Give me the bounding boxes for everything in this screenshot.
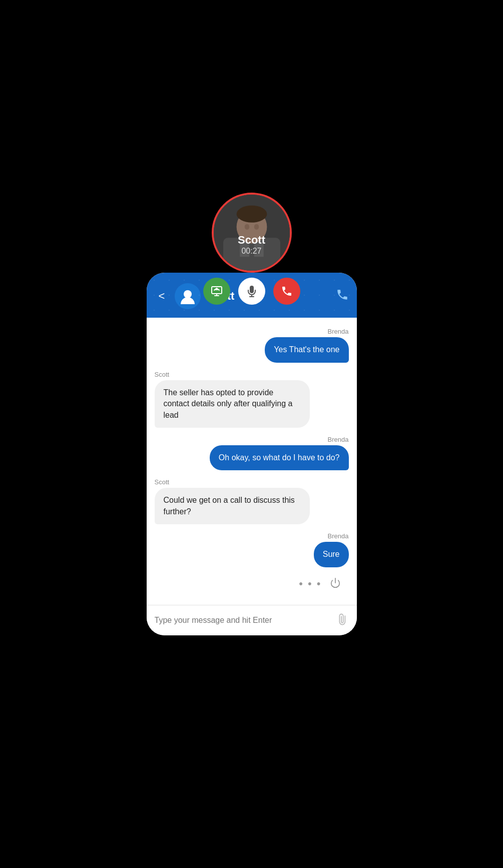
back-button[interactable]: < (155, 288, 169, 305)
phone-call-button[interactable] (336, 288, 349, 304)
message-bubble: Sure (314, 542, 349, 567)
svg-point-11 (184, 290, 192, 298)
bottom-actions: • • • (155, 575, 349, 595)
screen-share-button[interactable] (203, 278, 230, 305)
message-group: Scott Could we get on a call to discuss … (155, 478, 349, 524)
message-sender: Brenda (328, 532, 349, 540)
svg-point-7 (254, 224, 259, 230)
message-sender: Scott (155, 371, 170, 378)
caller-avatar-ring: Scott 00:27 (212, 193, 292, 273)
mute-button[interactable] (238, 278, 265, 305)
message-bubble: Could we get on a call to discuss this f… (155, 488, 310, 524)
message-bubble: Yes That's the one (265, 337, 348, 362)
message-group: Brenda Oh okay, so what do I have to do? (155, 436, 349, 470)
message-sender: Scott (155, 478, 170, 486)
more-options-icon[interactable]: • • • (299, 577, 321, 590)
contact-avatar (175, 283, 201, 309)
message-group: Scott The seller has opted to provide co… (155, 371, 349, 428)
svg-point-5 (236, 206, 267, 223)
power-icon[interactable] (330, 577, 341, 591)
message-group: Brenda Yes That's the one (155, 328, 349, 362)
svg-point-6 (244, 224, 249, 230)
input-area (147, 605, 357, 635)
call-overlay: Scott 00:27 (203, 193, 300, 305)
end-call-button[interactable] (273, 278, 300, 305)
message-sender: Brenda (328, 328, 349, 335)
message-bubble: Oh okay, so what do I have to do? (210, 445, 349, 470)
call-controls (203, 278, 300, 305)
message-bubble: The seller has opted to provide contact … (155, 380, 310, 428)
caller-avatar-photo (214, 195, 290, 271)
message-sender: Brenda (328, 436, 349, 443)
chat-area: Brenda Yes That's the one Scott The sell… (147, 318, 357, 604)
call-duration: 00:27 (214, 247, 290, 256)
phone-container: < Scott Brenda Yes That's the one (147, 273, 357, 635)
message-group: Brenda Sure (155, 532, 349, 567)
caller-name-overlay: Scott 00:27 (214, 234, 290, 256)
attachment-icon[interactable] (334, 611, 352, 629)
caller-name: Scott (214, 234, 290, 247)
message-input[interactable] (155, 616, 332, 625)
